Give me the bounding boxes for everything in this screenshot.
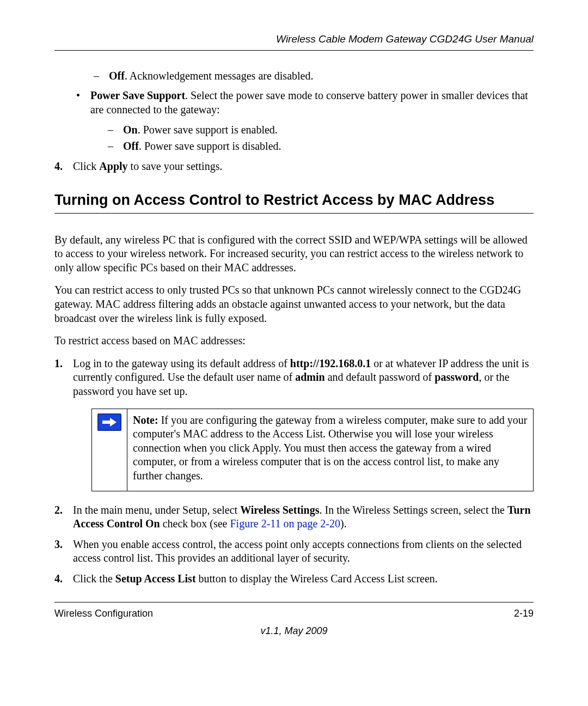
list-item: On. Power save support is enabled. [108, 123, 534, 137]
step-3: When you enable access control, the acce… [54, 538, 534, 565]
user-text: admin [295, 371, 324, 383]
option-off-label: Off [123, 140, 139, 152]
option-on-text: . Power save support is enabled. [138, 124, 278, 136]
step-2: In the main menu, under Setup, select Wi… [54, 503, 534, 531]
setup-access-list-label: Setup Access List [115, 573, 196, 585]
apply-label: Apply [99, 160, 127, 172]
url-text: http://192.168.0.1 [290, 357, 371, 369]
ordered-list-prior: Click Apply to save your settings. [54, 160, 534, 174]
text: ). [340, 518, 347, 530]
note-box: Note: If you are configuring the gateway… [91, 409, 534, 491]
paragraph: To restrict access based on MAC addresse… [54, 334, 534, 348]
wireless-settings-label: Wireless Settings [240, 504, 319, 516]
list-item: Off. Power save support is disabled. [108, 139, 534, 154]
text: and default password of [325, 371, 435, 383]
note-text: If you are configuring the gateway from … [133, 414, 528, 482]
step-1: Log in to the gateway using its default … [54, 357, 534, 491]
note-table: Note: If you are configuring the gateway… [91, 409, 534, 491]
figure-xref-link[interactable]: Figure 2-11 on page 2-20 [230, 518, 340, 530]
sub-list-power-save: On. Power save support is enabled. Off. … [108, 123, 534, 153]
note-icon-cell [92, 409, 127, 491]
list-item: Off. Acknowledgement messages are disabl… [94, 69, 534, 83]
step-4-apply: Click Apply to save your settings. [54, 160, 534, 174]
footer-row: Wireless Configuration 2-19 [54, 607, 534, 620]
footer-version: v1.1, May 2009 [0, 625, 588, 637]
text: to save your settings. [128, 160, 223, 172]
option-off-text: . Acknowledgement messages are disabled. [125, 70, 314, 82]
text: check box (see [160, 518, 230, 530]
arrow-right-icon [97, 413, 121, 431]
text: In the main menu, under Setup, select [73, 504, 240, 516]
section-heading: Turning on Access Control to Restrict Ac… [54, 191, 534, 210]
option-off-label: Off [109, 70, 125, 82]
sub-list-ack: Off. Acknowledgement messages are disabl… [94, 69, 534, 83]
note-label: Note: [133, 414, 158, 426]
text: Log in to the gateway using its default … [73, 357, 290, 369]
page-header: Wireless Cable Modem Gateway CGD24G User… [54, 33, 534, 51]
footer-page-number: 2-19 [514, 607, 534, 620]
footer-section-name: Wireless Configuration [54, 607, 153, 620]
bullet-list: Power Save Support. Select the power sav… [76, 89, 534, 153]
paragraph: You can restrict access to only trusted … [54, 283, 534, 325]
footer-rule [54, 602, 534, 602]
password-text: password [434, 371, 479, 383]
section-rule [54, 213, 534, 214]
text: . In the Wireless Settings screen, selec… [320, 504, 507, 516]
paragraph: By default, any wireless PC that is conf… [54, 233, 534, 275]
text: Click [73, 160, 99, 172]
option-off-text: . Power save support is disabled. [139, 140, 281, 152]
text: Click the [73, 573, 115, 585]
step-4: Click the Setup Access List button to di… [54, 572, 534, 586]
text: button to display the Wireless Card Acce… [196, 573, 438, 585]
ordered-list-steps: Log in to the gateway using its default … [54, 357, 534, 586]
list-item-power-save: Power Save Support. Select the power sav… [76, 89, 534, 153]
power-save-label: Power Save Support [90, 89, 185, 101]
note-body: Note: If you are configuring the gateway… [127, 409, 534, 491]
option-on-label: On [123, 124, 138, 136]
